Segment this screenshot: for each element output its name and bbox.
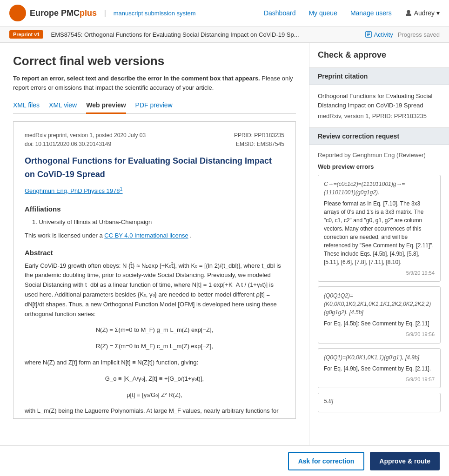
user-name: Audrey [414,9,435,17]
meta-emsid: EMSID: EMS87545 [234,140,284,149]
citation-meta: medRxiv, version 1, PPRID: PPR183235 [318,112,441,121]
article-meta: medRxiv preprint, version 1, posted 2020… [25,131,284,149]
affiliations-heading: Affiliations [25,204,284,215]
activity-icon [365,31,372,38]
reported-by: Reported by Genghmun Eng (Reviewer) [318,152,441,159]
error-card-1: C→=(c0c1c2)=(111011001)g→=(111011001)(g0… [318,175,441,282]
page-instructions: To report an error, select text and desc… [13,74,296,92]
error-desc-1: Please format as in Eq. [7.10]. The 3x3 … [324,199,435,266]
math-equation-3: G_o ≡ [K_A/γ₀], Z[t] ≡ +[G_o/(1+γ₀t)], [25,374,284,384]
check-approve-heading: Check & approve [309,43,449,68]
header: Europe PMCplus | manuscript submission s… [0,0,449,26]
math-equation-1: N(Z) = Σ(m=0 to M_F) g_m L_m(Z) exp[−Z], [25,325,284,335]
error-code-4: 5.8] [324,398,435,404]
review-correction-bar: Review correction request [309,128,449,145]
right-panel: Check & approve Preprint citation Orthog… [309,43,449,451]
article-preview: medRxiv preprint, version 1, posted 2020… [13,121,296,419]
error-code-1: C→=(c0c1c2)=(111011001)g→=(111011001)(g0… [324,180,435,197]
error-time-1: 5/9/20 19:54 [324,269,435,277]
citation-title: Orthogonal Functions for Evaluating Soci… [318,92,441,110]
left-panel: Correct final web versions To report an … [0,43,309,451]
license-link[interactable]: CC BY 4.0 International license [104,232,188,239]
user-menu[interactable]: Audrey ▾ [405,9,440,17]
logo-divider: | [104,9,106,17]
footer-actions: Ask for correction Approve & route [0,445,449,476]
preprint-badge: Preprint v1 [9,30,43,39]
nav-manage-users[interactable]: Manage users [350,9,392,17]
error-card-2: (Q0Q1Q2)=(K0,0K0,1K0,2K1,0K1,1K1,2K2,0K2… [318,286,441,344]
page-title: Correct final web versions [13,54,296,68]
error-desc-3: For Eq. [4.9b], See Comment by Eq. [2.11… [324,364,435,373]
article-meta-right: PPRID: PPR183235 EMSID: EMS87545 [234,131,284,149]
approve-route-button[interactable]: Approve & route [370,452,440,470]
submission-title: EMS87545: Orthogonal Functions for Evalu… [51,31,357,38]
subheader-actions: Activity Progress saved [365,31,440,38]
svg-point-0 [407,10,410,13]
tab-web-preview[interactable]: Web preview [86,101,126,114]
error-time-3: 5/9/20 19:57 [324,376,435,383]
error-card-4: 5.8] [318,393,441,412]
correction-content: Reported by Genghmun Eng (Reviewer) Web … [309,145,449,419]
tab-xml-view[interactable]: XML view [49,101,77,114]
error-card-3: (Q0Q1)=(K0,0K1,0K1,1)(g0'g1'), [4.9b] Fo… [318,348,441,389]
logo-circle [9,5,26,21]
nav-dashboard[interactable]: Dashboard [264,9,296,17]
activity-link[interactable]: Activity [365,31,393,38]
abstract-cont: where N(Z) and Z[t] form an implicit N[t… [25,358,284,368]
article-title: Orthogonal Functions for Evaluating Soci… [25,154,284,181]
logo: Europe PMCplus | manuscript submission s… [9,5,196,21]
meta-posted: medRxiv preprint, version 1, posted 2020… [25,131,146,140]
citation-content: Orthogonal Functions for Evaluating Soci… [309,85,449,128]
nav-my-queue[interactable]: My queue [308,9,337,17]
error-code-2: (Q0Q1Q2)=(K0,0K0,1K0,2K1,0K1,1K1,2K2,0K2… [324,291,435,317]
affiliation-1: 1. University of Illinois at Urbana-Cham… [32,218,284,227]
meta-pprid: PPRID: PPR183235 [234,131,284,140]
preprint-citation-bar: Preprint citation [309,68,449,85]
tab-xml-files[interactable]: XML files [13,101,40,114]
abstract-text: Early CoViD-19 growth often obeys: N {t̂… [25,261,284,319]
error-code-3: (Q0Q1)=(K0,0K1,0K1,1)(g0'g1'), [4.9b] [324,353,435,362]
meta-doi: doi: 10.1101/2020.06.30.20143149 [25,140,146,149]
main-layout: Correct final web versions To report an … [0,43,449,451]
article-meta-left: medRxiv preprint, version 1, posted 2020… [25,131,146,149]
ask-correction-button[interactable]: Ask for correction [288,452,365,470]
manuscript-system-link[interactable]: manuscript submission system [114,10,196,17]
progress-status: Progress saved [398,31,440,38]
activity-label: Activity [374,31,393,38]
user-icon [405,9,412,17]
article-author[interactable]: Genghmun Eng, PhD Physics 19781 [25,185,284,196]
math-equation-4: ρ[t] ≡ [γ₀/G₀] Z² R(Z), [25,390,284,400]
instructions-bold: To report an error, select text and desc… [13,75,260,82]
main-nav: Dashboard My queue Manage users Audrey ▾ [264,9,440,17]
subheader: Preprint v1 EMS87545: Orthogonal Functio… [0,26,449,43]
chevron-icon: ▾ [436,9,440,17]
tab-pdf-preview[interactable]: PDF preview [135,101,173,114]
view-tabs: XML files XML view Web preview PDF previ… [13,101,296,114]
math-equation-2: R(Z) = Σ(m=0 to M_F) c_m L_m(Z) exp[−Z], [25,342,284,351]
logo-text: Europe PMCplus [30,8,97,18]
abstract-cont2: with L_m(Z) being the Laguerre Polynomia… [25,406,284,419]
errors-heading: Web preview errors [318,163,441,170]
error-desc-2: For Eq. [4.5b]: See Comment by Eq. [2.11… [324,319,435,328]
license-text: This work is licensed under a CC BY 4.0 … [25,231,284,241]
abstract-heading: Abstract [25,247,284,258]
error-time-2: 5/9/20 19:56 [324,331,435,338]
